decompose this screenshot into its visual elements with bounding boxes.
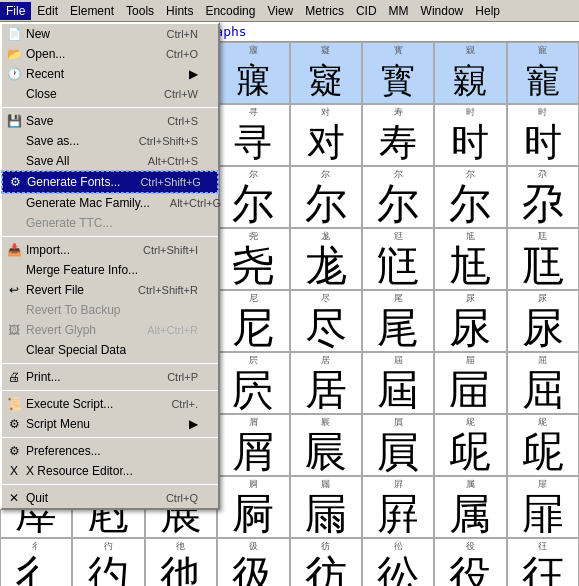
glyph-cell[interactable]: 尔尔 (290, 166, 362, 228)
menu-shortcut: Ctrl+P (167, 371, 198, 383)
glyph-cell[interactable]: 彺彺 (507, 538, 579, 586)
glyph-cell[interactable]: 屄屄 (217, 352, 289, 414)
save-icon: 💾 (6, 113, 22, 129)
menu-item-import[interactable]: 📥 Import... Ctrl+Shift+I (2, 240, 218, 260)
glyph-cell[interactable]: 屝屝 (507, 476, 579, 538)
menu-item-generate-mac[interactable]: Generate Mac Family... Alt+Ctrl+G (2, 193, 218, 213)
menu-item-script-menu[interactable]: ⚙ Script Menu ▶ (2, 414, 218, 434)
glyph-cell[interactable]: 屑屑 (217, 414, 289, 476)
glyph-cell[interactable]: 屒屒 (290, 414, 362, 476)
menu-item-x-resource[interactable]: X X Resource Editor... (2, 461, 218, 481)
glyph-cell[interactable]: 尿尿 (434, 290, 506, 352)
recent-doc-icon: 🕐 (6, 66, 22, 82)
glyph-cell[interactable]: 尨尨 (290, 228, 362, 290)
menu-item-generate-fonts[interactable]: ⚙ Generate Fonts... Ctrl+Shift+G (2, 171, 218, 193)
glyph-cell[interactable]: 尽尽 (290, 290, 362, 352)
glyph-cell[interactable]: 屔屔 (507, 414, 579, 476)
glyph-cell[interactable]: 彵彵 (145, 538, 217, 586)
menu-encoding[interactable]: Encoding (199, 2, 261, 20)
menu-item-merge-feature[interactable]: Merge Feature Info... (2, 260, 218, 280)
menu-help[interactable]: Help (469, 2, 506, 20)
menu-item-label: Save All (26, 154, 69, 168)
menu-item-close[interactable]: Close Ctrl+W (2, 84, 218, 104)
menu-item-save[interactable]: 💾 Save Ctrl+S (2, 111, 218, 131)
submenu-arrow-icon: ▶ (189, 67, 198, 81)
menu-metrics[interactable]: Metrics (299, 2, 350, 20)
menu-item-revert-backup: Revert To Backup (2, 300, 218, 320)
glyph-cell[interactable]: 屆屆 (362, 352, 434, 414)
menu-item-clear-special[interactable]: Clear Special Data (2, 340, 218, 360)
glyph-cell[interactable]: 寳寳 (362, 42, 434, 104)
glyph-cell[interactable]: 对对 (290, 104, 362, 166)
menu-item-label: Clear Special Data (26, 343, 126, 357)
glyph-cell[interactable]: 寻寻 (217, 104, 289, 166)
glyph-cell[interactable]: 尩尩 (362, 228, 434, 290)
menu-item-quit[interactable]: ✕ Quit Ctrl+Q (2, 488, 218, 508)
file-menu: 📄 New Ctrl+N 📂 Open... Ctrl+O 🕐 Recent ▶… (0, 22, 220, 510)
menu-item-label: Revert To Backup (26, 303, 121, 317)
glyph-cell[interactable]: 彴彴 (72, 538, 144, 586)
clear-special-icon (6, 342, 22, 358)
generate-mac-icon (6, 195, 22, 211)
glyph-cell[interactable]: 屇屇 (434, 352, 506, 414)
glyph-cell[interactable]: 尼尼 (217, 290, 289, 352)
prefs-icon: ⚙ (6, 443, 22, 459)
glyph-cell[interactable]: 尧尧 (217, 228, 289, 290)
glyph-cell[interactable]: 属属 (434, 476, 506, 538)
glyph-cell[interactable]: 屔屔 (434, 414, 506, 476)
glyph-cell[interactable]: 尔尔 (217, 166, 289, 228)
glyph-cell[interactable]: 尔尔 (434, 166, 506, 228)
menu-window[interactable]: Window (415, 2, 470, 20)
menu-item-revert-file[interactable]: ↩ Revert File Ctrl+Shift+R (2, 280, 218, 300)
glyph-cell[interactable]: 寿寿 (362, 104, 434, 166)
menu-item-execute-script[interactable]: 📜 Execute Script... Ctrl+. (2, 394, 218, 414)
menu-mm[interactable]: MM (383, 2, 415, 20)
menu-file[interactable]: File (0, 2, 31, 20)
glyph-cell[interactable]: 居居 (290, 352, 362, 414)
glyph-cell[interactable]: 尾尾 (362, 290, 434, 352)
import-icon: 📥 (6, 242, 22, 258)
menu-shortcut: Ctrl+S (167, 115, 198, 127)
generate-ttc-icon (6, 215, 22, 231)
glyph-cell[interactable]: 尕尕 (507, 166, 579, 228)
glyph-cell[interactable]: 屚屚 (290, 476, 362, 538)
menu-hints[interactable]: Hints (160, 2, 199, 20)
menu-item-save-as[interactable]: Save as... Ctrl+Shift+S (2, 131, 218, 151)
close-doc-icon (6, 86, 22, 102)
glyph-cell[interactable]: 时时 (507, 104, 579, 166)
glyph-cell[interactable]: 尫尫 (507, 228, 579, 290)
menu-item-preferences[interactable]: ⚙ Preferences... (2, 441, 218, 461)
glyph-cell[interactable]: 寵寵 (507, 42, 579, 104)
glyph-cell[interactable]: 彳彳 (0, 538, 72, 586)
glyph-cell[interactable]: 屙屙 (217, 476, 289, 538)
menu-element[interactable]: Element (64, 2, 120, 20)
glyph-cell[interactable]: 时时 (434, 104, 506, 166)
menu-item-new[interactable]: 📄 New Ctrl+N (2, 24, 218, 44)
glyph-cell[interactable]: 彸彸 (362, 538, 434, 586)
menu-edit[interactable]: Edit (31, 2, 64, 20)
menu-item-label: Recent (26, 67, 64, 81)
menu-tools[interactable]: Tools (120, 2, 160, 20)
glyph-cell[interactable]: 役役 (434, 538, 506, 586)
glyph-cell[interactable]: 寱寱 (217, 42, 289, 104)
menu-item-print[interactable]: 🖨 Print... Ctrl+P (2, 367, 218, 387)
glyph-cell[interactable]: 尪尪 (434, 228, 506, 290)
glyph-cell[interactable]: 彶彶 (217, 538, 289, 586)
glyph-cell[interactable]: 尔尔 (362, 166, 434, 228)
glyph-cell[interactable]: 屛屛 (362, 476, 434, 538)
menu-item-open[interactable]: 📂 Open... Ctrl+O (2, 44, 218, 64)
glyph-cell[interactable]: 屓屓 (362, 414, 434, 476)
glyph-cell[interactable]: 屈屈 (507, 352, 579, 414)
menu-separator-4 (2, 390, 218, 391)
menu-item-label: X Resource Editor... (26, 464, 133, 478)
glyph-cell[interactable]: 寴寴 (434, 42, 506, 104)
menu-item-label: Open... (26, 47, 65, 61)
glyph-cell[interactable]: 彷彷 (290, 538, 362, 586)
menu-cid[interactable]: CID (350, 2, 383, 20)
menu-item-label: Print... (26, 370, 61, 384)
glyph-cell[interactable]: 寲寲 (290, 42, 362, 104)
menu-item-save-all[interactable]: Save All Alt+Ctrl+S (2, 151, 218, 171)
menu-item-recent[interactable]: 🕐 Recent ▶ (2, 64, 218, 84)
glyph-cell[interactable]: 尿尿 (507, 290, 579, 352)
menu-view[interactable]: View (261, 2, 299, 20)
